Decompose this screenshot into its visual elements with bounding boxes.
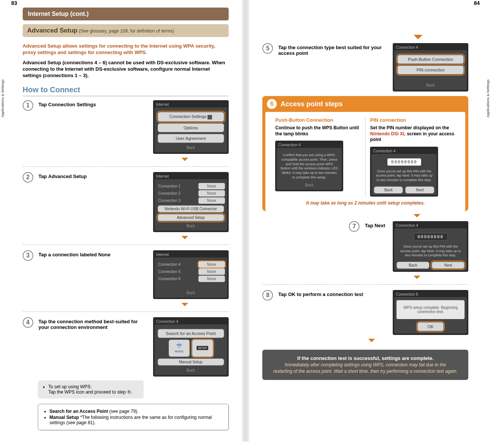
page-right: 84 5 Tap the connection type best suited… bbox=[249, 0, 485, 442]
step-4: 4 Tap the connection method best-suited … bbox=[23, 317, 229, 377]
step-8-text: Tap OK to perform a connection test bbox=[278, 290, 387, 297]
intro-black: Advanced Setup (connections 4 – 6) canno… bbox=[23, 60, 229, 79]
step-6-title: Access point steps bbox=[280, 100, 342, 108]
info-box: Search for an Access Point (see page 79)… bbox=[38, 404, 229, 430]
screenshot-6a: Connection 4 Confirm that you are using … bbox=[275, 141, 361, 191]
aoss-icon: AOSS bbox=[169, 339, 190, 357]
step-circle-3: 3 bbox=[23, 250, 33, 261]
gutter-label-left: Applications & Settings bbox=[1, 79, 5, 118]
arrow-down-icon bbox=[414, 35, 423, 39]
btn-usb-connector: Nintendo Wi-Fi USB Connector bbox=[158, 205, 224, 212]
btn-pin-connection: PIN connection bbox=[397, 65, 464, 74]
sub-header-rest: (See glossary, page 109, for definition … bbox=[79, 28, 174, 34]
gutter-label-right: Applications & Settings bbox=[486, 79, 490, 118]
step-1-text: Tap Connection Settings bbox=[39, 100, 148, 107]
intro-red: Advanced Setup allows settings for conne… bbox=[23, 43, 229, 56]
btn-search-access-point: Search for an Access Point bbox=[158, 329, 224, 338]
step-1: 1 Tap Connection Settings Internet Conne… bbox=[23, 100, 229, 153]
step-7: 7 Tap Next Connection 4 00000000 Once yo… bbox=[262, 221, 468, 272]
sub-header-bold: Advanced Setup bbox=[27, 27, 77, 34]
wifi-icon bbox=[176, 343, 182, 349]
header-bar: Internet Setup (cont.) bbox=[23, 8, 229, 20]
step-2: 2 Tap Advanced Setup Internet Connection… bbox=[23, 172, 229, 232]
left-gutter: Applications & Settings bbox=[0, 0, 6, 442]
arrow-down-icon bbox=[368, 339, 375, 342]
step-6-panel: 6 Access point steps Push-Button Connect… bbox=[262, 96, 468, 211]
setup-note: It may take as long as 2 minutes until s… bbox=[271, 200, 460, 206]
screenshot-1: Internet Connection Settings Options Use… bbox=[153, 100, 229, 153]
step-4-text: Tap the connection method best-suited fo… bbox=[39, 317, 148, 330]
separator bbox=[23, 312, 229, 312]
step-2-text: Tap Advanced Setup bbox=[39, 172, 148, 179]
wps-setup-icon: SETUP bbox=[192, 339, 213, 357]
step-circle-1: 1 bbox=[23, 100, 33, 111]
step-3: 3 Tap a connection labeled None Internet… bbox=[23, 250, 229, 299]
arrow-down-icon bbox=[414, 276, 420, 279]
btn-options: Options bbox=[158, 123, 224, 132]
screenshot-5: Connection 4 Push-Button Connection PIN … bbox=[393, 43, 468, 91]
btn-manual-setup: Manual Setup bbox=[158, 358, 224, 366]
screenshot-8: Connection 6 WPS setup complete. Beginni… bbox=[393, 290, 468, 335]
grid-icon bbox=[208, 115, 212, 119]
separator bbox=[23, 245, 229, 245]
btn-push-button: Push-Button Connection bbox=[397, 55, 464, 64]
arrow-down-icon bbox=[181, 158, 188, 161]
step-circle-5: 5 bbox=[262, 43, 273, 54]
btn-next: Next bbox=[432, 262, 465, 269]
btn-user-agreement: User Agreement bbox=[158, 134, 224, 143]
page-number-left: 83 bbox=[11, 0, 17, 6]
step-8: 8 Tap OK to perform a connection test Co… bbox=[262, 290, 468, 335]
screenshot-7: Connection 4 00000000 Once you've set up… bbox=[393, 221, 468, 272]
final-note-box: If the connection test is successful, se… bbox=[262, 350, 468, 380]
step-circle-8: 8 bbox=[262, 290, 273, 301]
right-gutter: Applications & Settings bbox=[485, 0, 491, 442]
step-5-text: Tap the connection type best suited for … bbox=[278, 43, 387, 56]
screenshot-3: Internet Connection 4None Connection 5No… bbox=[153, 250, 229, 299]
pin-column: PIN connection Set the PIN number displa… bbox=[366, 117, 460, 197]
btn-ok: OK bbox=[417, 322, 444, 331]
screenshot-4: Connection 4 Search for an Access Point … bbox=[153, 317, 229, 377]
page-left: 83 Internet Setup (cont.) Advanced Setup… bbox=[6, 0, 242, 442]
step-7-text: Tap Next bbox=[365, 221, 387, 228]
sub-header: Advanced Setup (See glossary, page 109, … bbox=[23, 24, 229, 37]
btn-connection-settings: Connection Settings bbox=[158, 112, 224, 121]
arrow-down-icon bbox=[181, 236, 188, 239]
step-3-text: Tap a connection labeled None bbox=[39, 250, 148, 257]
arrow-down-icon bbox=[181, 303, 188, 306]
screenshot-6b: Connection 4 00000000 Once you've set up… bbox=[370, 147, 455, 197]
arrow-down-icon bbox=[414, 214, 420, 217]
step-circle-6: 6 bbox=[267, 99, 277, 109]
screenshot-2: Internet Connection 1None Connection 2No… bbox=[153, 172, 229, 232]
page-spine bbox=[242, 0, 249, 442]
push-button-column: Push-Button Connection Continue to push … bbox=[271, 117, 366, 197]
btn-advanced-setup: Advanced Setup bbox=[158, 214, 224, 221]
page-number-right: 84 bbox=[474, 0, 480, 6]
separator bbox=[262, 284, 468, 285]
separator bbox=[23, 166, 229, 167]
step-circle-4: 4 bbox=[23, 317, 33, 328]
step-circle-7: 7 bbox=[349, 221, 359, 232]
how-to-connect-heading: How to Connect bbox=[23, 85, 229, 96]
wps-tip-box: To set up using WPS: Tap the WPS icon an… bbox=[38, 380, 144, 398]
step-circle-2: 2 bbox=[23, 172, 33, 183]
step-5: 5 Tap the connection type best suited fo… bbox=[262, 43, 468, 91]
